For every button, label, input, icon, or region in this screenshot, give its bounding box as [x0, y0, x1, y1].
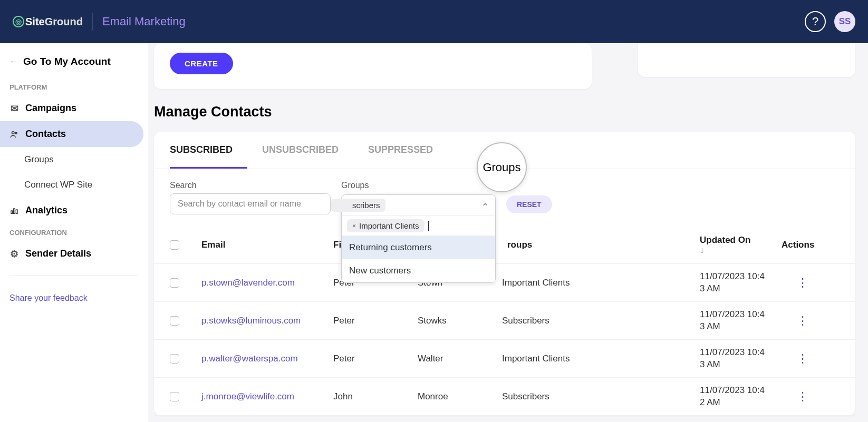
tab-unsubscribed[interactable]: UNSUBSCRIBED	[247, 132, 353, 169]
row-actions-menu[interactable]: ⋮	[793, 312, 813, 330]
app-header: ◎ SiteGround Email Marketing ? SS	[0, 0, 868, 43]
row-checkbox[interactable]	[170, 392, 179, 401]
email-link[interactable]: p.stowks@luminous.com	[201, 316, 333, 326]
sidebar-item-contacts[interactable]: Contacts	[0, 121, 143, 147]
col-email[interactable]: Email	[201, 240, 333, 250]
table-row: p.stown@lavender.comPeterStownImportant …	[154, 264, 855, 302]
go-back-label: Go To My Account	[23, 56, 111, 67]
row-actions-menu[interactable]: ⋮	[793, 388, 813, 406]
svg-point-1	[15, 132, 17, 134]
search-filter: Search	[170, 181, 331, 214]
table-row: p.stowks@luminous.comPeterStowksSubscrib…	[154, 302, 855, 340]
row-checkbox[interactable]	[170, 354, 179, 364]
sidebar-item-analytics[interactable]: Analytics	[0, 198, 143, 223]
gear-icon: ⚙	[9, 249, 19, 259]
create-button[interactable]: CREATE	[170, 53, 233, 74]
text-caret	[428, 221, 429, 231]
main: ← Go To My Account PLATFORM ✉ Campaigns …	[0, 43, 868, 422]
col-actions: Actions	[782, 240, 813, 250]
sidebar-item-label: Contacts	[25, 129, 66, 140]
email-link[interactable]: j.monroe@viewlife.com	[201, 391, 333, 402]
cell-groups: Subscribers	[502, 391, 700, 402]
sidebar-item-label: Campaigns	[25, 103, 76, 114]
header-left: ◎ SiteGround Email Marketing	[13, 13, 186, 31]
chart-icon	[9, 206, 19, 215]
row-checkbox[interactable]	[170, 316, 179, 326]
groups-chips-row: × Important Clients	[342, 216, 495, 236]
svg-rect-2	[11, 211, 13, 213]
option-new-customers[interactable]: New customers	[342, 259, 495, 282]
content: CREATE Manage Contacts SUBSCRIBED UNSUBS…	[148, 43, 868, 422]
chip-subscribers: scribers	[331, 199, 385, 212]
cell-groups: Subscribers	[502, 316, 700, 326]
select-all-checkbox[interactable]	[170, 240, 179, 250]
envelope-icon: ✉	[9, 104, 19, 113]
go-to-my-account[interactable]: ← Go To My Account	[0, 53, 148, 78]
cell-first-name: Peter	[333, 316, 418, 326]
sidebar-item-label: Sender Details	[25, 248, 91, 259]
sidebar: ← Go To My Account PLATFORM ✉ Campaigns …	[0, 43, 148, 422]
svg-rect-4	[16, 210, 17, 213]
cell-last-name: Walter	[418, 354, 502, 364]
arrow-left-icon: ←	[9, 57, 18, 66]
header-right: ? SS	[805, 11, 855, 32]
email-link[interactable]: p.walter@waterspa.com	[201, 354, 333, 364]
groups-dropdown: scribers × Important Clients	[341, 194, 496, 283]
groups-select-open[interactable]: scribers	[342, 195, 495, 216]
tab-suppressed[interactable]: SUPPRESSED	[353, 132, 448, 169]
cell-groups: Important Clients	[502, 278, 700, 288]
cell-updated: 11/07/2023 10:43 AM	[700, 309, 782, 333]
sidebar-item-label: Analytics	[25, 205, 67, 216]
cell-last-name: Stowks	[418, 316, 502, 326]
share-feedback-link[interactable]: Share your feedback	[0, 284, 148, 312]
divider	[9, 275, 138, 276]
logo-text: SiteGround	[25, 16, 83, 28]
search-input[interactable]	[170, 193, 331, 214]
sidebar-item-campaigns[interactable]: ✉ Campaigns	[0, 95, 143, 121]
app-name: Email Marketing	[102, 15, 186, 28]
row-actions-menu[interactable]: ⋮	[793, 350, 813, 368]
sidebar-sub-groups[interactable]: Groups	[0, 147, 148, 172]
logo-icon: ◎	[13, 16, 24, 27]
row-actions-menu[interactable]: ⋮	[793, 274, 813, 292]
row-checkbox[interactable]	[170, 278, 179, 288]
sidebar-sub-connect-wp[interactable]: Connect WP Site	[0, 172, 148, 198]
cell-last-name: Monroe	[418, 391, 502, 402]
chevron-up-icon	[481, 201, 489, 210]
help-icon[interactable]: ?	[805, 11, 826, 32]
people-icon	[9, 130, 19, 139]
cell-updated: 11/07/2023 10:42 AM	[700, 385, 782, 409]
tab-subscribed[interactable]: SUBSCRIBED	[170, 132, 247, 169]
svg-rect-3	[14, 209, 15, 213]
top-card: CREATE	[154, 43, 592, 89]
cell-groups: Important Clients	[502, 354, 700, 364]
section-platform: PLATFORM	[0, 78, 148, 95]
col-updated[interactable]: Updated On ↓	[700, 235, 782, 255]
sidebar-item-sender-details[interactable]: ⚙ Sender Details	[0, 241, 143, 267]
section-configuration: CONFIGURATION	[0, 223, 148, 241]
cell-first-name: John	[333, 391, 418, 402]
page-title: Manage Contacts	[154, 104, 855, 120]
table-header: Email First N roups Updated On ↓ Actions	[154, 226, 855, 264]
contacts-table: Email First N roups Updated On ↓ Actions…	[154, 226, 855, 416]
logo[interactable]: ◎ SiteGround	[13, 16, 83, 28]
avatar[interactable]: SS	[834, 11, 855, 32]
groups-label: Groups	[341, 181, 496, 190]
side-panel	[638, 43, 855, 77]
search-label: Search	[170, 181, 331, 190]
email-link[interactable]: p.stown@lavender.com	[201, 278, 333, 288]
sort-arrow-icon: ↓	[700, 246, 782, 255]
cell-updated: 11/07/2023 10:43 AM	[700, 271, 782, 295]
chip-important-clients: × Important Clients	[347, 219, 424, 232]
groups-filter: Groups scribers × Important Clients	[341, 181, 496, 214]
svg-point-0	[12, 131, 15, 134]
table-row: p.walter@waterspa.comPeterWalterImportan…	[154, 340, 855, 378]
option-returning-customers[interactable]: Returning customers	[342, 236, 495, 259]
cell-first-name: Peter	[333, 354, 418, 364]
col-groups[interactable]: roups	[502, 240, 700, 250]
reset-button[interactable]: RESET	[506, 195, 552, 213]
divider	[92, 13, 93, 31]
cell-updated: 11/07/2023 10:43 AM	[700, 347, 782, 371]
chip-remove-icon[interactable]: ×	[352, 222, 356, 230]
table-body: p.stown@lavender.comPeterStownImportant …	[154, 264, 855, 416]
